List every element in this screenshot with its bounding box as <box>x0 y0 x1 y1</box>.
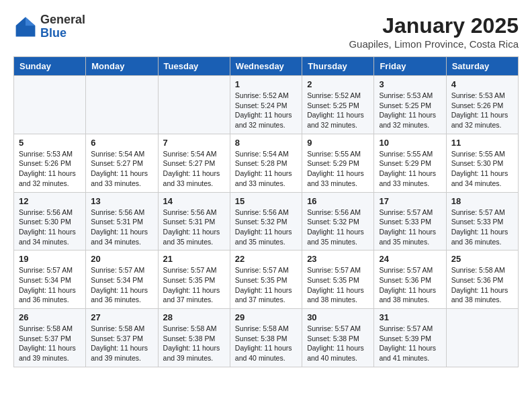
day-number: 26 <box>19 312 81 322</box>
day-info: Sunrise: 5:58 AMSunset: 5:37 PMDaylight:… <box>19 324 81 363</box>
calendar-cell: 20Sunrise: 5:57 AMSunset: 5:34 PMDayligh… <box>86 250 158 309</box>
calendar-cell: 9Sunrise: 5:55 AMSunset: 5:29 PMDaylight… <box>302 134 374 192</box>
day-info: Sunrise: 5:58 AMSunset: 5:36 PMDaylight:… <box>451 265 513 305</box>
day-number: 25 <box>451 254 513 264</box>
weekday-header-thursday: Thursday <box>302 57 374 76</box>
day-info: Sunrise: 5:57 AMSunset: 5:34 PMDaylight:… <box>91 265 152 305</box>
day-info: Sunrise: 5:57 AMSunset: 5:35 PMDaylight:… <box>163 265 225 305</box>
day-info: Sunrise: 5:54 AMSunset: 5:27 PMDaylight:… <box>91 149 152 189</box>
calendar-cell: 11Sunrise: 5:55 AMSunset: 5:30 PMDayligh… <box>446 134 518 192</box>
day-number: 1 <box>235 79 297 89</box>
calendar-cell: 18Sunrise: 5:57 AMSunset: 5:33 PMDayligh… <box>446 192 518 250</box>
weekday-header-tuesday: Tuesday <box>158 57 230 76</box>
day-number: 13 <box>91 196 152 206</box>
day-info: Sunrise: 5:57 AMSunset: 5:38 PMDaylight:… <box>307 324 369 363</box>
day-info: Sunrise: 5:52 AMSunset: 5:24 PMDaylight:… <box>235 91 297 130</box>
day-number: 3 <box>379 79 441 89</box>
calendar-cell: 27Sunrise: 5:58 AMSunset: 5:37 PMDayligh… <box>86 309 158 367</box>
day-info: Sunrise: 5:57 AMSunset: 5:34 PMDaylight:… <box>19 265 81 305</box>
day-info: Sunrise: 5:56 AMSunset: 5:31 PMDaylight:… <box>163 208 225 247</box>
day-info: Sunrise: 5:53 AMSunset: 5:26 PMDaylight:… <box>19 149 81 189</box>
day-number: 28 <box>163 312 225 322</box>
day-number: 19 <box>19 254 81 264</box>
day-number: 5 <box>19 138 81 148</box>
calendar-cell: 3Sunrise: 5:53 AMSunset: 5:25 PMDaylight… <box>374 76 446 134</box>
calendar-cell: 6Sunrise: 5:54 AMSunset: 5:27 PMDaylight… <box>86 134 158 192</box>
day-number: 23 <box>307 254 369 264</box>
title-block: January 2025 Guapiles, Limon Province, C… <box>349 13 519 50</box>
day-number: 29 <box>235 312 297 322</box>
calendar-cell <box>446 309 518 367</box>
calendar-cell: 8Sunrise: 5:54 AMSunset: 5:28 PMDaylight… <box>230 134 302 192</box>
calendar-cell: 7Sunrise: 5:54 AMSunset: 5:27 PMDaylight… <box>158 134 230 192</box>
weekday-header-sunday: Sunday <box>14 57 86 76</box>
day-info: Sunrise: 5:55 AMSunset: 5:29 PMDaylight:… <box>379 149 441 189</box>
svg-marker-1 <box>26 17 35 26</box>
day-info: Sunrise: 5:58 AMSunset: 5:38 PMDaylight:… <box>163 324 225 363</box>
logo-general: General <box>40 13 85 26</box>
calendar-table: SundayMondayTuesdayWednesdayThursdayFrid… <box>13 56 519 367</box>
day-info: Sunrise: 5:56 AMSunset: 5:32 PMDaylight:… <box>307 208 369 247</box>
day-number: 10 <box>379 138 441 148</box>
calendar-week-row-4: 19Sunrise: 5:57 AMSunset: 5:34 PMDayligh… <box>14 250 519 309</box>
day-info: Sunrise: 5:56 AMSunset: 5:31 PMDaylight:… <box>91 208 152 247</box>
calendar-cell: 26Sunrise: 5:58 AMSunset: 5:37 PMDayligh… <box>14 309 86 367</box>
day-number: 22 <box>235 254 297 264</box>
day-info: Sunrise: 5:57 AMSunset: 5:33 PMDaylight:… <box>379 208 441 247</box>
day-info: Sunrise: 5:55 AMSunset: 5:30 PMDaylight:… <box>451 149 513 189</box>
logo-text: General Blue <box>40 13 85 40</box>
day-info: Sunrise: 5:54 AMSunset: 5:28 PMDaylight:… <box>235 149 297 189</box>
calendar-week-row-1: 1Sunrise: 5:52 AMSunset: 5:24 PMDaylight… <box>14 76 519 134</box>
day-info: Sunrise: 5:53 AMSunset: 5:26 PMDaylight:… <box>451 91 513 130</box>
svg-marker-2 <box>16 17 26 26</box>
day-info: Sunrise: 5:58 AMSunset: 5:37 PMDaylight:… <box>91 324 152 363</box>
calendar-cell <box>158 76 230 134</box>
day-number: 24 <box>379 254 441 264</box>
calendar-cell: 13Sunrise: 5:56 AMSunset: 5:31 PMDayligh… <box>86 192 158 250</box>
calendar-cell: 15Sunrise: 5:56 AMSunset: 5:32 PMDayligh… <box>230 192 302 250</box>
logo: General Blue <box>13 13 85 40</box>
month-year-title: January 2025 <box>349 13 519 38</box>
weekday-header-monday: Monday <box>86 57 158 76</box>
day-number: 30 <box>307 312 369 322</box>
calendar-cell: 22Sunrise: 5:57 AMSunset: 5:35 PMDayligh… <box>230 250 302 309</box>
day-number: 27 <box>91 312 152 322</box>
calendar-cell: 16Sunrise: 5:56 AMSunset: 5:32 PMDayligh… <box>302 192 374 250</box>
calendar-cell: 5Sunrise: 5:53 AMSunset: 5:26 PMDaylight… <box>14 134 86 192</box>
calendar-cell: 28Sunrise: 5:58 AMSunset: 5:38 PMDayligh… <box>158 309 230 367</box>
day-number: 21 <box>163 254 225 264</box>
day-number: 8 <box>235 138 297 148</box>
calendar-cell: 17Sunrise: 5:57 AMSunset: 5:33 PMDayligh… <box>374 192 446 250</box>
calendar-cell: 14Sunrise: 5:56 AMSunset: 5:31 PMDayligh… <box>158 192 230 250</box>
calendar-cell: 12Sunrise: 5:56 AMSunset: 5:30 PMDayligh… <box>14 192 86 250</box>
day-number: 14 <box>163 196 225 206</box>
calendar-cell <box>86 76 158 134</box>
day-number: 6 <box>91 138 152 148</box>
calendar-cell: 23Sunrise: 5:57 AMSunset: 5:35 PMDayligh… <box>302 250 374 309</box>
calendar-cell: 19Sunrise: 5:57 AMSunset: 5:34 PMDayligh… <box>14 250 86 309</box>
day-number: 15 <box>235 196 297 206</box>
day-info: Sunrise: 5:56 AMSunset: 5:30 PMDaylight:… <box>19 208 81 247</box>
weekday-header-friday: Friday <box>374 57 446 76</box>
calendar-week-row-2: 5Sunrise: 5:53 AMSunset: 5:26 PMDaylight… <box>14 134 519 192</box>
day-number: 16 <box>307 196 369 206</box>
day-info: Sunrise: 5:58 AMSunset: 5:38 PMDaylight:… <box>235 324 297 363</box>
day-number: 7 <box>163 138 225 148</box>
day-info: Sunrise: 5:52 AMSunset: 5:25 PMDaylight:… <box>307 91 369 130</box>
calendar-week-row-3: 12Sunrise: 5:56 AMSunset: 5:30 PMDayligh… <box>14 192 519 250</box>
calendar-cell: 21Sunrise: 5:57 AMSunset: 5:35 PMDayligh… <box>158 250 230 309</box>
day-number: 20 <box>91 254 152 264</box>
day-number: 11 <box>451 138 513 148</box>
calendar-cell: 10Sunrise: 5:55 AMSunset: 5:29 PMDayligh… <box>374 134 446 192</box>
day-info: Sunrise: 5:55 AMSunset: 5:29 PMDaylight:… <box>307 149 369 189</box>
day-number: 2 <box>307 79 369 89</box>
calendar-cell: 2Sunrise: 5:52 AMSunset: 5:25 PMDaylight… <box>302 76 374 134</box>
logo-blue: Blue <box>40 26 66 40</box>
day-info: Sunrise: 5:57 AMSunset: 5:36 PMDaylight:… <box>379 265 441 305</box>
day-number: 12 <box>19 196 81 206</box>
day-number: 9 <box>307 138 369 148</box>
day-info: Sunrise: 5:56 AMSunset: 5:32 PMDaylight:… <box>235 208 297 247</box>
calendar-cell: 24Sunrise: 5:57 AMSunset: 5:36 PMDayligh… <box>374 250 446 309</box>
day-info: Sunrise: 5:57 AMSunset: 5:33 PMDaylight:… <box>451 208 513 247</box>
calendar-cell: 1Sunrise: 5:52 AMSunset: 5:24 PMDaylight… <box>230 76 302 134</box>
